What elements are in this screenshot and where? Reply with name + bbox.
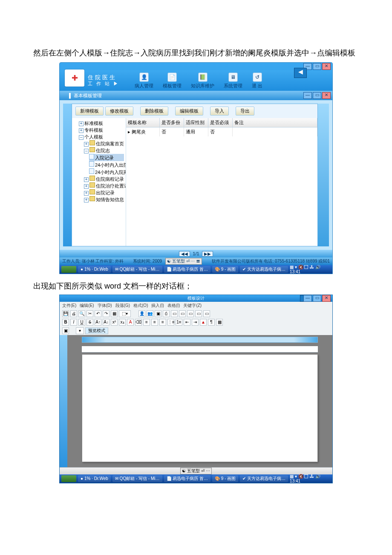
clear-format-icon[interactable]: ⌫: [135, 319, 142, 326]
nav-exit[interactable]: ↺退 出: [252, 72, 262, 89]
toolbar-icon[interactable]: ▭: [195, 310, 202, 317]
taskbar-item[interactable]: ● 1% · Dr.Web: [78, 475, 111, 482]
cut-icon[interactable]: ✂: [86, 310, 93, 317]
col-required[interactable]: 是否必须: [208, 118, 233, 127]
ime-bar[interactable]: ☯ 五笔型 ⏎ ⋯: [180, 468, 211, 474]
taskbar-item[interactable]: ✔ 天方达易迅电子病…: [240, 475, 288, 482]
tree-node-consent[interactable]: +知情告知信息: [84, 196, 124, 203]
taskbar-item[interactable]: ✉ QQ邮箱 - 写信 - Mi…: [112, 266, 162, 273]
highlight-icon[interactable]: ▲: [200, 319, 207, 326]
table-select[interactable]: ⬚▾: [119, 310, 131, 317]
inner-close-button[interactable]: ✕: [322, 92, 331, 99]
underline-icon[interactable]: U: [78, 319, 85, 326]
style-select[interactable]: ▾: [76, 327, 84, 334]
horizontal-ruler-top[interactable]: [82, 337, 318, 343]
tree-node-progress[interactable]: +住院病程记录: [84, 176, 124, 182]
taskbar-item[interactable]: ● 1% · Dr.Web: [78, 266, 111, 273]
close-button[interactable]: ✕: [322, 63, 331, 70]
undo-icon[interactable]: ↶: [95, 310, 101, 317]
marker-icon[interactable]: ▣: [62, 327, 69, 334]
col-gender[interactable]: 适应性别: [184, 118, 208, 127]
italic-icon[interactable]: I: [70, 319, 77, 326]
editor-close-button[interactable]: ✕: [322, 295, 331, 302]
tree-node-discharge[interactable]: +出院记录: [84, 189, 124, 196]
start-button[interactable]: [61, 475, 76, 482]
taskbar-item[interactable]: 📄 易迅电子病历 首…: [164, 475, 211, 482]
superscript-icon[interactable]: x²: [111, 319, 118, 326]
tree-node-personal[interactable]: –个人模板 +住院病案首页 –住院志 入院记录 24小时内入出院记 24小时内入…: [79, 133, 124, 203]
tree-node-24h-death[interactable]: 24小时内入院死亡: [89, 168, 124, 176]
menu-paragraph[interactable]: 段落(G): [115, 303, 130, 309]
strike-icon[interactable]: S̶: [86, 319, 93, 326]
pager-first-button[interactable]: ◀◀: [179, 251, 190, 257]
fold-right-icon[interactable]: ◀: [294, 68, 307, 78]
col-name[interactable]: 模板名称: [126, 118, 160, 127]
taskbar-item[interactable]: 🎨 9 - 画图: [212, 475, 238, 482]
preview-mode-select[interactable]: 预览模式: [85, 327, 108, 334]
align-center-icon[interactable]: ≡: [151, 319, 158, 326]
menu-table[interactable]: 表格(I): [167, 303, 180, 309]
toolbar-icon[interactable]: ▭: [203, 310, 210, 317]
taskbar-item[interactable]: 📄 易迅电子病历 首…: [164, 266, 211, 273]
import-button[interactable]: 导入: [210, 107, 229, 116]
delete-template-button[interactable]: 删除模板: [140, 107, 168, 116]
tree-node-zhuyuanzhi[interactable]: –住院志 入院记录 24小时内入出院记 24小时内入院死亡: [84, 147, 124, 176]
table-icon[interactable]: ▦: [111, 310, 118, 317]
redo-icon[interactable]: ↷: [103, 310, 110, 317]
nav-system[interactable]: 🖥系统管理: [224, 72, 242, 89]
increase-font-icon[interactable]: A↑: [95, 319, 101, 326]
col-multi[interactable]: 是否多份: [160, 118, 184, 127]
taskbar-item[interactable]: ✉ QQ邮箱 - 写信 - Mi…: [112, 475, 162, 482]
vertical-toolbar[interactable]: [60, 335, 67, 467]
print-icon[interactable]: 🖨: [70, 310, 77, 317]
tree-node-standard[interactable]: +标准模板: [79, 120, 124, 127]
outdent-icon[interactable]: ⇤: [184, 319, 190, 326]
system-tray[interactable]: ▦ ▾ 🔇 🞎 🖧 🔊 13:41: [290, 265, 331, 274]
bold-icon[interactable]: B: [62, 319, 69, 326]
tree-node-homepage[interactable]: +住院病案首页: [84, 140, 124, 147]
document-area[interactable]: [67, 335, 332, 467]
menu-keyword[interactable]: 关键字(Z): [183, 303, 202, 309]
toolbar-icon[interactable]: ▭: [187, 310, 194, 317]
nav-templates[interactable]: 📄模板管理: [163, 72, 182, 89]
pager-last-button[interactable]: ▶▶: [202, 251, 213, 257]
toolbar-icon[interactable]: ▭: [179, 310, 186, 317]
system-tray[interactable]: ▦ ▾ 🔇 🞎 🖧 🔊 13:41: [290, 474, 331, 483]
toolbar-icon[interactable]: 👤: [138, 310, 145, 317]
tree-node-24h-in-out[interactable]: 24小时内入出院记: [89, 161, 124, 168]
menu-insert[interactable]: 插入(I): [151, 303, 164, 309]
export-button[interactable]: 导出: [236, 107, 254, 116]
tree-node-specialty[interactable]: +专科模板: [79, 127, 124, 133]
edit-template-button[interactable]: 编辑模板: [175, 107, 203, 116]
align-right-icon[interactable]: ≡: [159, 319, 166, 326]
menu-edit[interactable]: 编辑(E): [80, 303, 94, 309]
bullets-icon[interactable]: ⋮≡: [167, 319, 174, 326]
modify-template-button[interactable]: 修改模板: [105, 107, 133, 116]
para-icon[interactable]: ¶: [208, 319, 215, 326]
inner-minimize-button[interactable]: —: [303, 92, 312, 99]
table-row[interactable]: ▸ 阑尾炎 否 通用 否: [126, 127, 317, 136]
search-icon[interactable]: 🔍: [78, 310, 85, 317]
start-button[interactable]: [61, 266, 76, 273]
toolbar-icon[interactable]: 👥: [147, 310, 153, 317]
indent-icon[interactable]: ⇥: [192, 319, 199, 326]
font-color-icon[interactable]: A: [127, 319, 134, 326]
document-page[interactable]: [82, 354, 318, 462]
toolbar-icon[interactable]: ▣: [155, 310, 161, 317]
template-tree[interactable]: +标准模板 +专科模板 –个人模板 +住院病案首页 –住院志 入院记录 24: [72, 118, 126, 246]
horizontal-ruler[interactable]: [82, 346, 318, 353]
decrease-font-icon[interactable]: A↓: [103, 319, 110, 326]
maximize-button[interactable]: ▭: [313, 63, 321, 70]
save-icon[interactable]: 💾: [62, 310, 69, 317]
new-template-button[interactable]: 新增模板: [75, 107, 104, 116]
menu-font[interactable]: 字体(D): [98, 303, 112, 309]
col-remark[interactable]: 备注: [233, 118, 317, 127]
inner-maximize-button[interactable]: ▭: [313, 92, 321, 99]
align-left-icon[interactable]: ≡: [143, 319, 150, 326]
toolbar-icon[interactable]: ▭: [171, 310, 178, 317]
numbering-icon[interactable]: 1≡: [176, 319, 182, 326]
toolbar-icon[interactable]: ⎙: [163, 310, 170, 317]
border-icon[interactable]: ▦: [216, 319, 223, 326]
tree-node-treatment[interactable]: +住院治疗处置记录: [84, 182, 124, 189]
nav-patients[interactable]: 👤病人管理: [135, 72, 153, 89]
